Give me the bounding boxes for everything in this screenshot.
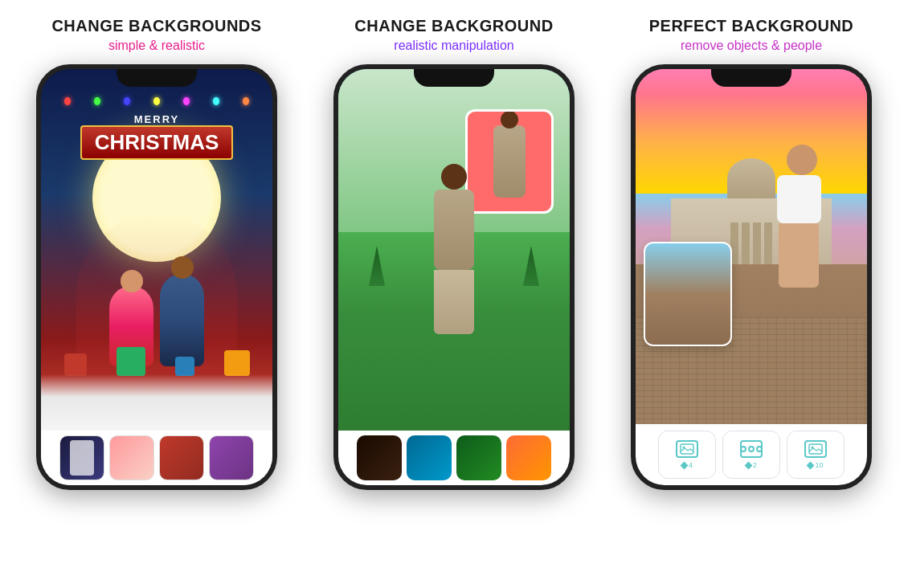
- gift-4: [224, 350, 250, 376]
- diamond-icon-1: [681, 461, 689, 469]
- inset-figure: [493, 125, 526, 198]
- app-container: CHANGE BACKGROUNDS simple & realistic: [0, 0, 908, 588]
- light-1: [64, 97, 71, 105]
- vat-tool-1[interactable]: 4: [658, 431, 716, 479]
- panel-1-thumbstrip: [41, 431, 272, 485]
- vat-girl: [763, 145, 851, 353]
- circle-2: [748, 446, 755, 452]
- vat-inset-photo: [644, 242, 732, 346]
- panel-2-title: CHANGE BACKGROUND: [354, 16, 553, 35]
- thumb-1-3[interactable]: [159, 435, 204, 480]
- circles-icon: [740, 446, 763, 452]
- light-6: [213, 97, 219, 105]
- phone-1-notch: [117, 69, 197, 87]
- panel-1-subtitle: simple & realistic: [108, 39, 205, 53]
- tool-2-count: 2: [753, 461, 757, 469]
- xmas-content: MERRY CHRISTMAS: [41, 69, 272, 431]
- tool-3-badge: 10: [808, 461, 823, 469]
- golf-background: [338, 69, 570, 431]
- tool-1-count: 4: [689, 461, 693, 469]
- gthumb-2-3[interactable]: [456, 435, 501, 480]
- panel-3-subtitle: remove objects & people: [681, 39, 822, 53]
- thumb-1-4[interactable]: [209, 435, 254, 480]
- phone-3-screen: 4 2: [636, 69, 867, 485]
- phone-1: MERRY CHRISTMAS: [36, 64, 277, 490]
- panel-1-title: CHANGE BACKGROUNDS: [51, 16, 261, 35]
- xmas-christmas-text: CHRISTMAS: [80, 125, 234, 160]
- vat-tool-3[interactable]: 10: [787, 431, 845, 479]
- diamond-icon-3: [807, 461, 815, 469]
- xmas-lights: [41, 93, 272, 109]
- light-4: [153, 97, 160, 105]
- tree-3: [523, 246, 539, 286]
- svg-rect-2: [809, 444, 822, 454]
- light-5: [183, 97, 190, 105]
- diamond-icon-2: [745, 461, 753, 469]
- circle-3: [756, 446, 763, 452]
- vat-inset-img: [645, 243, 730, 345]
- panel-3-title: PERFECT BACKGROUND: [649, 16, 854, 35]
- panel-3: PERFECT BACKGROUND remove objects & peop…: [603, 16, 900, 490]
- thumb-1-2[interactable]: [109, 435, 154, 480]
- vg-head: [787, 145, 817, 175]
- tool-2-icon: [740, 440, 763, 458]
- image-icon: [680, 443, 694, 455]
- xmas-snow: [41, 374, 272, 431]
- gthumb-2-1[interactable]: [357, 435, 402, 480]
- tree-1: [369, 246, 385, 286]
- gthumb-2-4[interactable]: [506, 435, 551, 480]
- phone-2: [333, 64, 575, 490]
- phone-3: 4 2: [631, 64, 872, 490]
- xmas-gifts: [41, 320, 272, 376]
- vatican-background: [636, 69, 867, 424]
- light-2: [94, 97, 100, 105]
- thumb-1-1[interactable]: [59, 435, 104, 480]
- phone-2-notch: [414, 69, 494, 87]
- panel-1: CHANGE BACKGROUNDS simple & realistic: [8, 16, 305, 490]
- light-3: [124, 97, 130, 105]
- gift-2: [117, 347, 145, 376]
- circle-1: [740, 446, 746, 452]
- light-7: [243, 97, 249, 105]
- player-head: [441, 164, 467, 190]
- panel-3-toolbar: 4 2: [636, 424, 867, 485]
- vg-hair: [782, 138, 822, 178]
- tool-1-badge: 4: [681, 461, 693, 469]
- panel-2-subtitle: realistic manipulation: [394, 39, 513, 53]
- vg-top: [777, 175, 821, 223]
- player-legs: [434, 270, 474, 334]
- tool-3-count: 10: [815, 461, 823, 469]
- vg-pants: [779, 223, 819, 288]
- vat-tool-2[interactable]: 2: [722, 431, 780, 479]
- tool-2-badge: 2: [746, 461, 757, 469]
- xmas-banner: MERRY CHRISTMAS: [68, 113, 245, 160]
- panel-2-thumbstrip: [338, 431, 570, 485]
- gift-3: [175, 357, 194, 376]
- golf-player-main: [422, 164, 486, 341]
- phone-2-screen: [338, 69, 570, 485]
- gift-1: [64, 353, 87, 376]
- gthumb-2-2[interactable]: [407, 435, 452, 480]
- tool-1-icon: [676, 440, 698, 458]
- phone-3-notch: [711, 69, 791, 87]
- player-body: [434, 190, 474, 270]
- phone-1-screen: MERRY CHRISTMAS: [41, 69, 272, 485]
- xmas-merry-text: MERRY: [68, 113, 245, 125]
- image-icon-2: [808, 443, 823, 455]
- tool-3-icon: [804, 440, 827, 458]
- svg-rect-0: [681, 444, 693, 454]
- panel-2: CHANGE BACKGROUND realistic manipulation: [305, 16, 603, 490]
